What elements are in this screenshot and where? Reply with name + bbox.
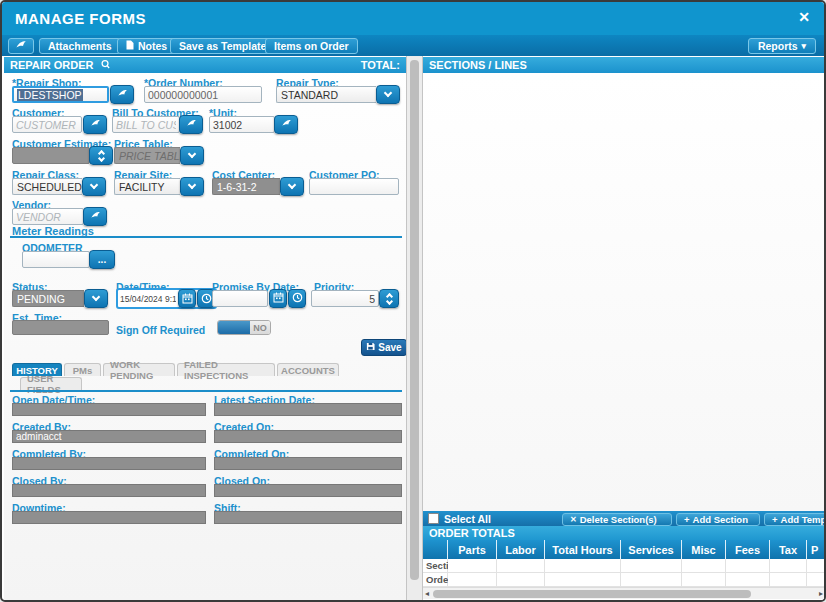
horizontal-scrollbar-thumb[interactable] <box>433 590 751 598</box>
customer-input[interactable] <box>12 116 82 133</box>
order-parts-cell <box>448 573 497 587</box>
save-button[interactable]: Save <box>361 339 407 356</box>
section-fees-cell <box>726 559 770 573</box>
lookup-hand-icon <box>117 88 128 101</box>
tab-user-fields[interactable]: USER FIELDS <box>20 377 82 390</box>
unit-input[interactable] <box>209 116 275 133</box>
promise-clock-button[interactable] <box>288 289 306 308</box>
repair-class-select[interactable]: SCHEDULED <box>12 178 106 195</box>
repair-site-select[interactable]: FACILITY <box>114 178 204 195</box>
section-partial-cell <box>807 559 826 573</box>
attachments-label: Attachments <box>48 40 112 52</box>
delete-x-icon: ✕ <box>570 515 577 524</box>
vertical-scrollbar-thumb[interactable] <box>410 60 419 580</box>
repair-class-dropdown-button[interactable] <box>82 177 106 196</box>
odometer-input[interactable] <box>22 251 90 268</box>
cost-center-dropdown-button[interactable] <box>280 177 304 196</box>
column-header-blank <box>423 540 448 559</box>
customer-lookup-button[interactable] <box>83 115 107 134</box>
clock-icon <box>201 290 212 308</box>
plus-icon: + <box>772 514 778 525</box>
price-table-select: PRICE TABLE <box>114 147 204 164</box>
price-table-value: PRICE TABLE <box>114 147 180 164</box>
calendar-icon <box>273 292 284 305</box>
lookup-hand-icon <box>90 118 101 131</box>
horizontal-scrollbar[interactable]: ◂ ▸ <box>423 587 826 599</box>
odometer-more-button[interactable]: ... <box>89 250 115 269</box>
scroll-left-icon[interactable]: ◂ <box>425 590 429 598</box>
customer-po-input[interactable] <box>309 178 399 195</box>
chevron-down-icon <box>384 89 392 97</box>
reports-label: Reports <box>758 40 798 52</box>
bill-to-customer-lookup-button[interactable] <box>179 115 203 134</box>
vendor-lookup-button[interactable] <box>83 207 107 226</box>
add-template-section-button[interactable]: + Add Template Section <box>764 513 826 526</box>
repair-type-dropdown-button[interactable] <box>376 85 400 104</box>
tab-work-pending[interactable]: WORK PENDING <box>103 363 175 376</box>
total-label: TOTAL: <box>361 59 400 71</box>
promise-calendar-button[interactable] <box>269 289 287 308</box>
page-title: MANAGE FORMS <box>15 10 146 27</box>
bill-to-customer-input[interactable] <box>112 116 180 133</box>
close-icon[interactable]: ✕ <box>798 9 810 25</box>
quick-lookup-button[interactable] <box>8 38 34 54</box>
notes-label: Notes <box>138 40 167 52</box>
toolbar: Attachments Notes Save as Template Items… <box>2 35 824 56</box>
column-header-labor: Labor <box>497 540 545 559</box>
column-header-total-hours: Total Hours <box>545 540 621 559</box>
spinner-icon <box>387 294 392 304</box>
scroll-right-icon[interactable]: ▸ <box>819 590 823 598</box>
notes-button[interactable]: Notes <box>117 38 176 54</box>
column-header-services: Services <box>621 540 682 559</box>
vendor-input[interactable] <box>12 208 84 225</box>
attachments-button[interactable]: Attachments <box>39 38 121 54</box>
chevron-down-icon: ▾ <box>802 41 807 51</box>
unit-lookup-button[interactable] <box>274 115 298 134</box>
add-section-button[interactable]: + Add Section <box>676 513 760 526</box>
section-parts-cell <box>448 559 497 573</box>
price-table-dropdown-button[interactable] <box>180 146 204 165</box>
cost-center-select[interactable]: 1-6-31-2 <box>212 178 304 195</box>
repair-shop-input[interactable]: LDESTSHOP <box>12 86 109 103</box>
items-on-order-button[interactable]: Items on Order <box>265 38 358 54</box>
priority-spinner[interactable] <box>379 289 399 308</box>
lookup-hand-icon <box>281 118 292 131</box>
lookup-hand-icon <box>15 39 27 53</box>
sign-off-toggle[interactable]: NO <box>217 320 271 335</box>
status-select[interactable]: PENDING <box>12 290 108 307</box>
closed-on-value <box>214 484 402 497</box>
section-tax-cell <box>770 559 807 573</box>
floppy-disk-icon <box>366 342 375 353</box>
status-dropdown-button[interactable] <box>84 289 108 308</box>
delete-sections-button[interactable]: ✕ Delete Section(s) <box>562 513 672 526</box>
order-tax-cell <box>770 573 807 587</box>
section-services-cell <box>621 559 682 573</box>
items-on-order-label: Items on Order <box>274 40 349 52</box>
order-number-input[interactable] <box>144 86 262 103</box>
chevron-down-icon <box>288 181 296 189</box>
repair-shop-lookup-button[interactable] <box>110 85 134 104</box>
customer-estimate-spinner[interactable] <box>89 146 113 165</box>
repair-shop-value: LDESTSHOP <box>17 89 83 101</box>
order-row-label: Order: <box>423 573 448 587</box>
save-as-template-label: Save as Template <box>179 40 266 52</box>
reports-button[interactable]: Reports ▾ <box>748 38 816 54</box>
sections-lines-body <box>423 73 826 511</box>
save-as-template-button[interactable]: Save as Template <box>170 38 275 54</box>
save-label: Save <box>378 342 401 353</box>
tab-failed-inspections[interactable]: FAILED INSPECTIONS <box>177 363 275 376</box>
note-doc-icon <box>126 40 134 52</box>
repair-type-select[interactable]: STANDARD <box>276 86 400 103</box>
panel-divider <box>406 56 423 600</box>
tab-accounts[interactable]: ACCOUNTS <box>277 363 339 376</box>
repair-site-dropdown-button[interactable] <box>180 177 204 196</box>
sign-off-required-label: Sign Off Required <box>116 324 205 336</box>
datetime-calendar-button[interactable] <box>178 289 196 308</box>
latest-section-date-value <box>214 403 402 416</box>
datetime-input[interactable] <box>118 290 178 307</box>
priority-input[interactable] <box>311 290 379 307</box>
order-services-cell <box>621 573 682 587</box>
promise-by-date-input[interactable] <box>212 290 268 307</box>
select-all-checkbox[interactable] <box>428 513 439 524</box>
downtime-value <box>12 511 206 524</box>
